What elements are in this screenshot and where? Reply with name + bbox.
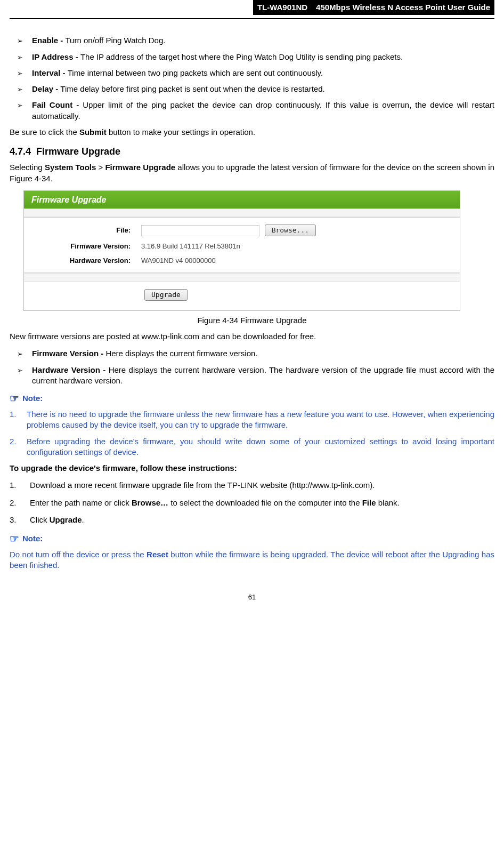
note-list-1: 1. There is no need to upgrade the firmw… [10,409,494,458]
triangle-bullet-icon: ➢ [17,84,32,94]
note-heading-1: ☞ Note: [10,391,494,406]
bullet-enable: ➢ Enable - Turn on/off Ping Watch Dog. [17,35,494,46]
header-title: 450Mbps Wireless N Access Point User Gui… [312,0,494,15]
figure-caption: Figure 4-34 Firmware Upgrade [10,315,494,326]
note-item-2: 2. Before upgrading the device's firmwar… [10,436,494,458]
triangle-bullet-icon: ➢ [17,52,32,62]
triangle-bullet-icon: ➢ [17,68,32,78]
note-item-1: 1. There is no need to upgrade the firmw… [10,409,494,431]
page-number: 61 [10,592,494,602]
pointing-hand-icon: ☞ [10,532,19,546]
browse-button[interactable]: Browse... [265,225,316,236]
ping-watchdog-bullets: ➢ Enable - Turn on/off Ping Watch Dog. ➢… [10,35,494,122]
bullet-fail-count: ➢ Fail Count - Upper limit of the ping p… [17,100,494,122]
note-heading-2: ☞ Note: [10,532,494,546]
firmware-version-value: 3.16.9 Build 141117 Rel.53801n [141,242,240,251]
figure-firmware-upgrade: Firmware Upgrade File: Browse... Firmwar… [23,190,460,311]
panel-title: Firmware Upgrade [24,191,460,209]
file-input[interactable] [141,225,259,236]
page-header: TL-WA901ND 450Mbps Wireless N Access Poi… [10,0,494,15]
bullet-hardware-version: ➢ Hardware Version - Here displays the c… [17,365,494,387]
triangle-bullet-icon: ➢ [17,365,32,387]
instructions-title: To upgrade the device's firmware, follow… [10,463,494,474]
section-heading-firmware-upgrade: 4.7.4 Firmware Upgrade [10,145,494,158]
triangle-bullet-icon: ➢ [17,35,32,46]
upgrade-button[interactable]: Upgrade [144,289,188,301]
header-rule [10,18,494,19]
bullet-interval: ➢ Interval - Time internal between two p… [17,68,494,78]
hardware-version-value: WA901ND v4 00000000 [141,256,216,266]
step-2: 2. Enter the path name or click Browse… … [10,498,494,508]
triangle-bullet-icon: ➢ [17,100,32,122]
after-figure-text: New firmware versions are posted at www.… [10,331,494,342]
submit-instruction: Be sure to click the Submit button to ma… [10,127,494,138]
step-1: 1. Download a more recent firmware upgra… [10,480,494,491]
firmware-intro: Selecting System Tools > Firmware Upgrad… [10,162,494,184]
note-2-text: Do not turn off the device or press the … [10,549,494,571]
firmware-version-label: Firmware Version: [24,242,141,251]
bullet-firmware-version: ➢ Firmware Version - Here displays the c… [17,348,494,359]
header-model: TL-WA901ND [253,0,312,15]
pointing-hand-icon: ☞ [10,391,19,406]
version-bullets: ➢ Firmware Version - Here displays the c… [10,348,494,386]
bullet-delay: ➢ Delay - Time delay before first ping p… [17,84,494,94]
triangle-bullet-icon: ➢ [17,348,32,359]
hardware-version-label: Hardware Version: [24,256,141,266]
upgrade-steps: 1. Download a more recent firmware upgra… [10,480,494,525]
step-3: 3. Click Upgrade. [10,515,494,525]
file-label: File: [24,226,141,235]
bullet-ip-address: ➢ IP Address - The IP address of the tar… [17,52,494,62]
